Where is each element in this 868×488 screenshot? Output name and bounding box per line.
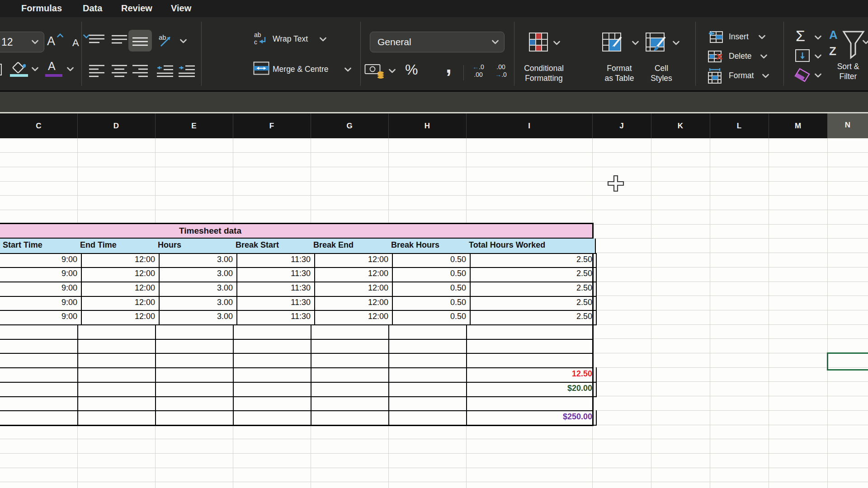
table-cell[interactable]	[388, 339, 467, 354]
table-data-cell[interactable]: 9:00	[0, 253, 82, 268]
table-cell[interactable]	[233, 382, 311, 397]
table-data-cell[interactable]: 12:00	[77, 282, 160, 297]
align-left-button[interactable]	[89, 64, 105, 78]
table-data-cell[interactable]: 2.50	[466, 310, 597, 325]
table-data-cell[interactable]: 9:00	[0, 282, 82, 297]
table-cell[interactable]	[311, 353, 389, 368]
menu-tab-review[interactable]: Review	[121, 0, 152, 17]
table-header-cell[interactable]: End Time	[77, 239, 159, 254]
table-cell[interactable]	[466, 353, 593, 368]
table-data-cell[interactable]: 12:00	[77, 296, 160, 311]
table-data-cell[interactable]: 0.50	[388, 296, 471, 311]
table-data-cell[interactable]: 12:00	[77, 253, 160, 268]
table-data-cell[interactable]: 0.50	[388, 282, 471, 297]
table-cell[interactable]	[311, 324, 389, 340]
accounting-format-button[interactable]	[364, 62, 396, 80]
table-cell[interactable]	[311, 339, 389, 354]
table-cell[interactable]	[77, 367, 156, 383]
table-cell[interactable]	[233, 367, 311, 383]
table-data-cell[interactable]: 2.50	[466, 296, 597, 311]
table-header-cell[interactable]: Start Time	[0, 239, 81, 254]
table-cell[interactable]	[0, 339, 78, 354]
table-cell[interactable]	[388, 367, 467, 383]
table-cell[interactable]	[155, 410, 234, 426]
column-header-D[interactable]: D	[77, 113, 156, 138]
percent-style-button[interactable]: %	[405, 61, 418, 78]
table-cell[interactable]	[466, 339, 593, 354]
table-data-cell[interactable]: 9:00	[0, 296, 82, 311]
table-data-cell[interactable]: 11:30	[233, 253, 315, 268]
table-header-cell[interactable]: Break Start	[233, 239, 314, 254]
decrease-decimal-button[interactable]: .00 →.0	[491, 63, 511, 79]
formula-bar[interactable]	[0, 92, 868, 112]
table-data-cell[interactable]: 3.00	[155, 310, 237, 325]
table-cell[interactable]	[77, 339, 156, 354]
table-data-cell[interactable]: 11:30	[233, 310, 315, 325]
column-header-L[interactable]: L	[710, 113, 769, 138]
column-header-I[interactable]: I	[466, 113, 593, 138]
table-cell[interactable]	[311, 410, 389, 426]
table-cell[interactable]	[155, 367, 234, 383]
table-cell[interactable]	[77, 396, 156, 412]
table-data-cell[interactable]: 9:00	[0, 267, 82, 282]
table-cell[interactable]	[311, 367, 389, 383]
column-header-H[interactable]: H	[388, 113, 467, 138]
table-data-cell[interactable]: 11:30	[233, 296, 315, 311]
table-cell[interactable]	[388, 382, 467, 397]
table-cell[interactable]	[155, 382, 234, 397]
increase-font-size-button[interactable]: A	[45, 32, 68, 52]
column-header-G[interactable]: G	[311, 113, 389, 138]
table-cell[interactable]	[233, 353, 311, 368]
insert-cells-button[interactable]: Insert	[707, 29, 770, 47]
table-data-cell[interactable]: 2.50	[466, 253, 597, 268]
table-cell[interactable]	[77, 353, 156, 368]
comma-style-button[interactable]: ,	[446, 53, 452, 78]
table-cell[interactable]	[155, 339, 234, 354]
table-data-cell[interactable]: 12:00	[311, 296, 393, 311]
table-cell[interactable]	[388, 353, 467, 368]
text-orientation-button[interactable]: ab	[158, 33, 190, 49]
table-cell[interactable]	[155, 353, 234, 368]
align-right-button[interactable]	[132, 64, 148, 78]
table-data-cell[interactable]: 12:00	[311, 253, 393, 268]
table-header-cell[interactable]: Break Hours	[388, 239, 470, 254]
table-cell[interactable]	[0, 367, 78, 383]
wrap-text-button[interactable]: ab c Wrap Text	[253, 31, 330, 49]
table-cell[interactable]	[0, 382, 78, 397]
increase-indent-button[interactable]	[178, 64, 195, 78]
table-cell[interactable]	[233, 339, 311, 354]
table-cell[interactable]	[388, 396, 467, 412]
table-cell[interactable]	[0, 410, 78, 426]
table-cell[interactable]	[466, 324, 593, 340]
table-header-cell[interactable]: Break End	[311, 239, 392, 254]
clipped-border-button[interactable]	[0, 64, 2, 75]
sheet-area[interactable]: Timesheet dataStart TimeEnd TimeHoursBre…	[0, 138, 868, 488]
menu-tab-view[interactable]: View	[171, 0, 191, 17]
table-data-cell[interactable]: 12:00	[311, 282, 393, 297]
table-data-cell[interactable]: 11:30	[233, 267, 315, 282]
table-cell[interactable]	[155, 396, 234, 412]
increase-decimal-button[interactable]: ←.0 .00	[468, 63, 488, 79]
table-summary-cell[interactable]: 12.50	[466, 367, 597, 383]
table-cell[interactable]	[0, 396, 78, 412]
decrease-indent-button[interactable]	[156, 64, 174, 78]
table-cell[interactable]	[311, 382, 389, 397]
fill-color-button[interactable]	[10, 61, 39, 80]
table-cell[interactable]	[77, 382, 156, 397]
table-data-cell[interactable]: 2.50	[466, 267, 597, 282]
column-header-K[interactable]: K	[651, 113, 710, 138]
font-size-combobox[interactable]: 12	[0, 32, 44, 52]
table-summary-cell[interactable]: $250.00	[466, 410, 597, 426]
table-cell[interactable]	[388, 410, 467, 426]
font-color-button[interactable]: A	[45, 61, 74, 80]
delete-cells-button[interactable]: Delete	[707, 48, 770, 66]
merge-centre-button[interactable]: Merge & Centre	[253, 61, 355, 80]
table-header-cell[interactable]: Hours	[155, 239, 236, 254]
table-cell[interactable]	[233, 396, 311, 412]
column-header-F[interactable]: F	[233, 113, 311, 138]
table-cell[interactable]	[311, 396, 389, 412]
table-data-cell[interactable]: 12:00	[311, 310, 393, 325]
table-cell[interactable]	[77, 410, 156, 426]
table-data-cell[interactable]: 9:00	[0, 310, 82, 325]
table-title-row[interactable]: Timesheet data	[0, 224, 592, 239]
